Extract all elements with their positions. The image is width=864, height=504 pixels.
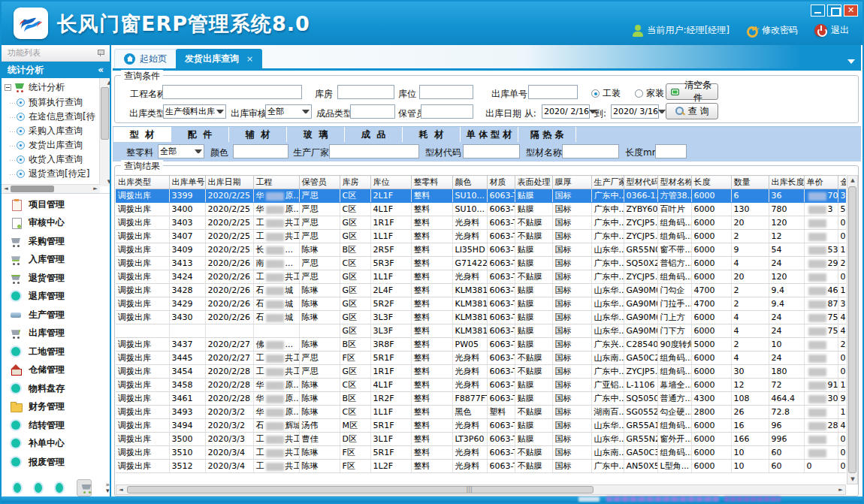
column-header[interactable]: 颜色 — [452, 176, 487, 189]
table-row[interactable]: 调拨出库34612020/2/28华原...陈琳B区1R2F整料F8877FT6… — [116, 392, 846, 406]
location-input[interactable] — [419, 85, 473, 99]
profile-name-input[interactable] — [562, 144, 619, 158]
table-row[interactable]: 调拨出库34372020/2/27佛...陈琳B区3R8F整料PW056063-… — [116, 338, 846, 352]
material-tab[interactable]: 单 体 型 材 — [461, 127, 518, 142]
dot-icon[interactable] — [35, 483, 42, 493]
column-header[interactable]: 整零料 — [411, 176, 452, 189]
sidebar-menu-item[interactable]: 退货管理 — [2, 269, 110, 288]
tree-item[interactable]: 退货查询[待定] — [5, 167, 98, 181]
radio-jiazhuang[interactable]: 家装 — [635, 87, 664, 100]
tree-collapse-icon[interactable] — [5, 84, 11, 91]
vertical-scrollbar[interactable]: ▲ ▼ — [847, 175, 858, 484]
scrollbar-thumb[interactable] — [127, 486, 594, 493]
material-tab[interactable]: 隔 热 条 — [518, 127, 576, 142]
column-header[interactable]: 数量 — [731, 176, 769, 189]
table-row[interactable]: 调拨出库34302020/2/26石城陈琳G区3L3F整料KLM38176063… — [116, 311, 846, 324]
radio-gongzhuang[interactable]: 工装 — [591, 87, 621, 100]
material-tab[interactable]: 型 材 — [113, 127, 171, 142]
product-type-input[interactable] — [350, 104, 395, 119]
material-tab[interactable]: 成 品 — [345, 127, 403, 142]
section-header[interactable]: 统计分析 « — [2, 62, 110, 78]
sidebar-menu-item[interactable]: 物料盘存 — [2, 379, 110, 398]
table-row[interactable]: 调拨出库34452020/2/27工共工程严思F区5R1F整料光身料6063-T… — [116, 352, 846, 365]
warehouse-input[interactable] — [337, 85, 394, 99]
project-name-input[interactable] — [162, 85, 302, 99]
sidebar-menu-item[interactable]: 财务管理 — [2, 398, 110, 417]
whole-piece-select[interactable]: 全部 — [158, 144, 204, 158]
order-no-input[interactable] — [528, 85, 578, 99]
date-from-select[interactable]: 2020/ 2/16 — [542, 104, 590, 119]
column-header[interactable]: 表面处理 — [515, 176, 552, 189]
scrollbar-thumb[interactable] — [11, 186, 54, 192]
sidebar-menu-item[interactable]: 入库管理 — [2, 251, 110, 270]
table-row[interactable]: 调拨出库35102020/3/4工共工程陈琳F区5R1F整料光身料6063-T5… — [116, 446, 846, 460]
column-header[interactable]: 材质 — [487, 176, 515, 189]
table-row[interactable]: 调拨出库34032020/2/25工共工程严思G区1R1F整料光身料6063-T… — [116, 216, 846, 230]
table-row[interactable]: 调拨出库34092020/2/25长...陈琳B区2R5F整料LI35HD606… — [116, 243, 846, 257]
column-header[interactable]: 型材代码 — [624, 176, 657, 189]
column-header[interactable]: 金 — [838, 176, 846, 189]
horizontal-scrollbar[interactable]: ◄ ||| ► — [116, 484, 846, 495]
table-row[interactable]: 调拨出库35122020/3/4工共工程陈琳F区1L2F整料光身料6063-T5… — [116, 460, 846, 473]
tree-vertical-scrollbar[interactable]: ▲ ▼ — [99, 78, 110, 186]
table-row[interactable]: 调拨出库34932020/3/2华原...陈琳C区1L1F整料黑色塑料不贴膜国标… — [116, 406, 846, 419]
scrollbar-thumb[interactable] — [848, 186, 856, 473]
column-header[interactable]: 膜厚 — [552, 176, 591, 189]
sidebar-menu-item[interactable]: 项目管理 — [2, 195, 110, 214]
sidebar-menu-item[interactable]: 仓储管理 — [2, 361, 110, 380]
table-row[interactable]: 调拨出库34942020/3/2石辉城汤伟M区5R1F整料光身料6063-T5贴… — [116, 419, 846, 433]
table-row[interactable]: 调拨出库34582020/2/28华原...陈琳C区4L1F整料光身料6063-… — [116, 379, 846, 392]
column-header[interactable]: 长度 — [691, 176, 731, 189]
sidebar-menu-item[interactable]: 退库管理 — [2, 288, 110, 306]
tab-shipping-outbound-query[interactable]: 发货出库查询 × — [176, 49, 262, 68]
more-chevron-icon[interactable]: »▾ — [105, 481, 110, 493]
dot-icon[interactable] — [14, 483, 21, 493]
factory-input[interactable] — [329, 144, 419, 158]
sidebar-menu-item[interactable]: 审核中心 — [2, 214, 110, 233]
profile-code-input[interactable] — [463, 144, 520, 158]
clear-conditions-button[interactable]: 清空条件 — [666, 83, 718, 100]
table-row[interactable]: 调拨出库34292020/2/26石城陈琳G区5R2F整料KLM38176063… — [116, 297, 846, 311]
material-tab[interactable]: 玻 璃 — [287, 127, 345, 142]
sidebar-menu-item[interactable]: 工地管理 — [2, 343, 110, 361]
table-row[interactable]: 调拨出库34002020/2/25华原...严思C区4L1F整料SU10...6… — [116, 203, 846, 216]
collapse-icon[interactable]: « — [98, 62, 104, 78]
column-header[interactable]: 工程 — [253, 176, 299, 189]
tab-list-dropdown-icon[interactable] — [847, 59, 855, 64]
cart-button[interactable] — [77, 479, 92, 496]
dot-icon[interactable] — [56, 483, 63, 493]
search-button[interactable]: 查 询 — [666, 103, 718, 119]
tree-item[interactable]: 在途信息查询[待 — [5, 110, 98, 124]
column-header[interactable]: 保管员 — [299, 176, 340, 189]
material-tab[interactable]: 辅 材 — [229, 127, 287, 142]
color-input[interactable] — [233, 144, 289, 158]
sidebar-menu-item[interactable]: 采购管理 — [2, 232, 110, 251]
column-header[interactable]: 出库单号 — [169, 176, 205, 189]
length-input[interactable] — [655, 144, 687, 158]
tree-horizontal-scrollbar[interactable]: ◄ ► — [2, 184, 100, 193]
logout-button[interactable]: 退出 — [814, 24, 849, 37]
tree-root[interactable]: 统计分析 — [5, 80, 98, 95]
column-header[interactable]: 出库长度 — [769, 176, 804, 189]
column-header[interactable]: 型材名称 — [657, 176, 691, 189]
column-header[interactable]: 单价 — [804, 176, 838, 189]
table-row[interactable]: 调拨出库34072020/2/25工共工程严思G区1L1F整料光身料6063-T… — [116, 230, 846, 243]
tab-close-icon[interactable]: × — [246, 54, 253, 64]
tree-item[interactable]: 退库管理[待定] — [5, 181, 98, 182]
column-header[interactable]: 出库日期 — [205, 176, 253, 189]
close-button[interactable] — [844, 5, 858, 17]
maximize-button[interactable] — [827, 5, 841, 17]
audit-select[interactable]: 全部 — [265, 104, 312, 119]
sidebar-menu-item[interactable]: 结转管理 — [2, 416, 110, 435]
tree-item[interactable]: 收货入库查询 — [5, 152, 98, 167]
table-row[interactable]: 调拨出库34282020/2/26石城陈琳G区2L4F整料KLM38176063… — [116, 284, 846, 297]
sidebar-menu-item[interactable]: 出库管理 — [2, 324, 110, 343]
tree-item[interactable]: 采购入库查询 — [5, 124, 98, 138]
column-header[interactable]: 生产厂家 — [591, 176, 624, 189]
keeper-input[interactable] — [421, 104, 473, 119]
tree-item[interactable]: 预算执行查询 — [5, 95, 98, 110]
table-row[interactable]: 调拨出库34242020/2/26工共工程严思G区1L1F整料光身料6063-T… — [116, 270, 846, 284]
table-row[interactable]: 调拨出库34542020/2/28工共工程严思G区1R1F整料光身料6063-T… — [116, 365, 846, 379]
table-row[interactable]: 调拨出库34132020/2/26南...严思C区5R3F整料G71422606… — [116, 257, 846, 270]
column-header[interactable]: 出库类型 — [116, 176, 169, 189]
